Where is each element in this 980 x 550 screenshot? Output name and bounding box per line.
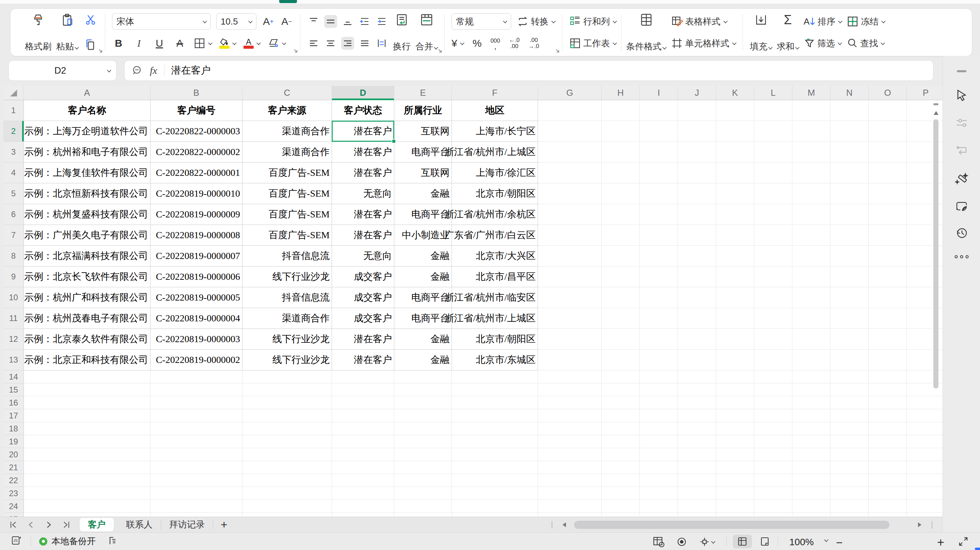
cell-H22[interactable]: [602, 474, 640, 487]
cell-O25[interactable]: [869, 513, 907, 517]
column-header-D[interactable]: D: [332, 86, 394, 100]
cell-H9[interactable]: [602, 266, 640, 287]
column-header-P[interactable]: P: [907, 86, 943, 100]
pointer-tool-icon[interactable]: [955, 88, 969, 102]
paste-button[interactable]: 粘贴: [56, 12, 78, 53]
cell-H6[interactable]: [602, 204, 640, 225]
cell-K19[interactable]: [716, 435, 754, 448]
cell-K3[interactable]: [716, 142, 754, 163]
filter-button[interactable]: 筛选: [803, 37, 842, 49]
column-header-O[interactable]: O: [869, 86, 907, 100]
cell-I9[interactable]: [640, 266, 678, 287]
cell-K14[interactable]: [716, 370, 754, 383]
cell-G13[interactable]: [538, 350, 602, 370]
column-header-A[interactable]: A: [24, 86, 151, 100]
cell-A6[interactable]: 示例：杭州复盛科技有限公司: [24, 204, 151, 225]
cell-D9[interactable]: 成交客户: [332, 266, 394, 287]
formula-bar[interactable]: fx 潜在客户: [125, 61, 933, 80]
font-name-select[interactable]: 宋体: [112, 13, 211, 30]
cell-D14[interactable]: [332, 370, 394, 383]
cell-M7[interactable]: [792, 225, 830, 246]
cell-D12[interactable]: 潜在客户: [332, 329, 394, 350]
seal-tool-icon[interactable]: [954, 199, 969, 214]
cell-C3[interactable]: 渠道商合作: [242, 142, 332, 163]
cell-A25[interactable]: [24, 513, 151, 517]
cell-J7[interactable]: [678, 225, 716, 246]
cell-O11[interactable]: [869, 308, 907, 329]
cell-J19[interactable]: [678, 435, 716, 448]
cell-F20[interactable]: [452, 448, 538, 461]
cell-F21[interactable]: [452, 461, 538, 474]
cell-I5[interactable]: [640, 183, 678, 204]
cell-I3[interactable]: [640, 142, 678, 163]
cell-G24[interactable]: [538, 500, 602, 513]
cell-J1[interactable]: [678, 100, 716, 121]
cell-H5[interactable]: [602, 183, 640, 204]
cell-E5[interactable]: 金融: [394, 183, 452, 204]
currency-button[interactable]: ¥: [452, 37, 464, 49]
cell-N17[interactable]: [830, 409, 869, 422]
cell-K2[interactable]: [716, 121, 754, 142]
cell-L10[interactable]: [754, 287, 792, 308]
scroll-right-arrow[interactable]: [918, 522, 921, 527]
cell-C14[interactable]: [242, 370, 332, 383]
cell-M21[interactable]: [792, 461, 830, 474]
cell-H12[interactable]: [602, 329, 640, 350]
cell-B4[interactable]: C-20220822-0000001: [151, 163, 242, 183]
cell-A21[interactable]: [24, 461, 151, 474]
cell-A11[interactable]: 示例：杭州茂春电子有限公司: [24, 308, 151, 329]
cell-G8[interactable]: [538, 246, 602, 266]
cell-E13[interactable]: 金融: [394, 350, 452, 370]
cell-K25[interactable]: [716, 513, 754, 517]
cell-M14[interactable]: [792, 370, 830, 383]
reading-layout-icon[interactable]: [107, 536, 118, 548]
zoom-slider[interactable]: [975, 548, 980, 550]
cell-O14[interactable]: [869, 370, 907, 383]
cell-C11[interactable]: 渠道商合作: [242, 308, 332, 329]
cell-N7[interactable]: [830, 225, 869, 246]
cell-I8[interactable]: [640, 246, 678, 266]
cell-M19[interactable]: [792, 435, 830, 448]
cell-P21[interactable]: [907, 461, 943, 474]
cell-A14[interactable]: [24, 370, 151, 383]
cell-I18[interactable]: [640, 422, 678, 435]
column-header-H[interactable]: H: [602, 86, 640, 100]
cell-A7[interactable]: 示例：广州美久电子有限公司: [24, 225, 151, 246]
cell-J18[interactable]: [678, 422, 716, 435]
cell-E25[interactable]: [394, 513, 452, 517]
cell-D5[interactable]: 无意向: [332, 183, 394, 204]
sort-button[interactable]: A 排序: [803, 16, 842, 28]
strikethrough-button[interactable]: A: [173, 37, 186, 50]
cell-E3[interactable]: 电商平台: [394, 142, 452, 163]
cell-K4[interactable]: [716, 163, 754, 183]
cell-A2[interactable]: 示例：上海万企明道软件公司: [24, 121, 151, 142]
justify-button[interactable]: [358, 37, 371, 50]
table-tools-icon[interactable]: [652, 536, 665, 550]
cell-D3[interactable]: 潜在客户: [332, 142, 394, 163]
cell-E22[interactable]: [394, 474, 452, 487]
cell-M1[interactable]: [792, 100, 830, 121]
cell-E4[interactable]: 互联网: [394, 163, 452, 183]
cell-J8[interactable]: [678, 246, 716, 266]
cell-I17[interactable]: [640, 409, 678, 422]
sheet-tab-visit-records[interactable]: 拜访记录: [161, 518, 213, 532]
cell-C24[interactable]: [242, 500, 332, 513]
cell-N1[interactable]: [830, 100, 869, 121]
cell-A18[interactable]: [24, 422, 151, 435]
cell-P19[interactable]: [907, 435, 943, 448]
align-center-button[interactable]: [324, 37, 337, 50]
cell-H21[interactable]: [602, 461, 640, 474]
cell-E7[interactable]: 中小制造业: [394, 225, 452, 246]
zoom-level-value[interactable]: 100%: [789, 537, 814, 548]
cell-I11[interactable]: [640, 308, 678, 329]
cell-F7[interactable]: 广东省/广州市/白云区: [452, 225, 538, 246]
cell-J21[interactable]: [678, 461, 716, 474]
cell-O16[interactable]: [869, 396, 907, 409]
cell-E19[interactable]: [394, 435, 452, 448]
cell-G6[interactable]: [538, 204, 602, 225]
collapse-ribbon-handle[interactable]: [957, 70, 966, 72]
cell-K13[interactable]: [716, 350, 754, 370]
cell-K8[interactable]: [716, 246, 754, 266]
rows-columns-button[interactable]: 行和列: [569, 15, 616, 28]
cell-N19[interactable]: [830, 435, 869, 448]
